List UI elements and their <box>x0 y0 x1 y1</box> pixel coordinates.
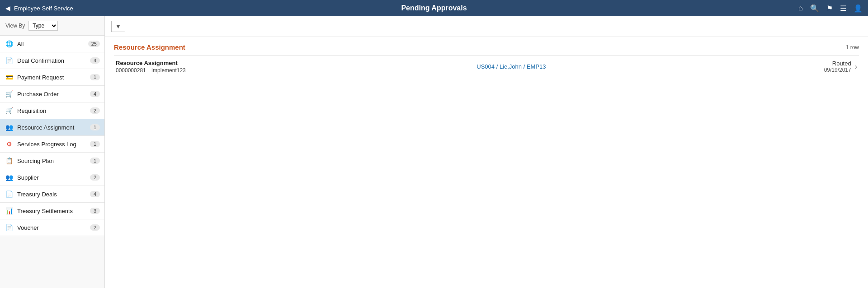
section-header: Resource Assignment 1 row <box>114 43 859 51</box>
record-status-label: Routed <box>832 60 851 67</box>
sidebar-item-all[interactable]: 🌐 All 25 <box>0 36 104 52</box>
sidebar-item-treasury-settlements[interactable]: 📊 Treasury Settlements 3 <box>0 203 104 219</box>
sidebar-label-resource-assignment: Resource Assignment <box>17 124 86 131</box>
sidebar-item-sourcing-plan[interactable]: 📋 Sourcing Plan 1 <box>0 153 104 169</box>
sidebar-icon-resource-assignment: 👥 <box>5 123 14 132</box>
sidebar-item-purchase-order[interactable]: 🛒 Purchase Order 4 <box>0 86 104 102</box>
sidebar-item-requisition[interactable]: 🛒 Requisition 2 <box>0 102 104 119</box>
sidebar-label-requisition: Requisition <box>17 107 86 114</box>
sidebar-icon-deal-confirmation: 📄 <box>5 56 14 65</box>
view-by-select[interactable]: Type Status Date <box>28 21 58 31</box>
user-icon[interactable]: 👤 <box>854 4 863 13</box>
sidebar-badge-voucher: 2 <box>90 224 100 231</box>
table-row[interactable]: Resource Assignment 0000000281 Implement… <box>114 56 859 77</box>
navbar-right: ⌂ 🔍 ⚑ ☰ 👤 <box>798 4 863 13</box>
filter-button[interactable]: ▼ <box>111 21 125 32</box>
sidebar-badge-services-progress-log: 1 <box>90 141 100 147</box>
sidebar-icon-voucher: 📄 <box>5 223 14 232</box>
menu-icon[interactable]: ☰ <box>840 4 846 13</box>
filter-bar: ▼ <box>105 16 868 37</box>
sidebar-icon-purchase-order: 🛒 <box>5 89 14 98</box>
navbar-left: ◀ Employee Self Service <box>5 5 73 12</box>
back-button[interactable]: ◀ <box>5 5 10 12</box>
sidebar-label-sourcing-plan: Sourcing Plan <box>17 158 86 164</box>
record-id: 0000000281 <box>116 67 146 74</box>
section-row-count: 1 row <box>846 44 859 51</box>
sidebar: View By Type Status Date 🌐 All 25 📄 Deal… <box>0 16 105 288</box>
sidebar-badge-treasury-deals: 4 <box>90 191 100 197</box>
sidebar-badge-sourcing-plan: 1 <box>90 158 100 164</box>
sidebar-item-deal-confirmation[interactable]: 📄 Deal Confirmation 4 <box>0 52 104 69</box>
sidebar-item-services-progress-log[interactable]: ⚙ Services Progress Log 1 <box>0 136 104 153</box>
main-container: View By Type Status Date 🌐 All 25 📄 Deal… <box>0 16 868 288</box>
sidebar-item-payment-request[interactable]: 💳 Payment Request 1 <box>0 69 104 86</box>
record-status: Routed 09/19/2017 <box>824 60 851 73</box>
record-chevron-icon[interactable]: › <box>855 63 857 71</box>
content-area: ▼ Resource Assignment 1 row Resource Ass… <box>105 16 868 288</box>
sidebar-badge-supplier: 2 <box>90 174 100 181</box>
record-status-date: 09/19/2017 <box>824 67 851 73</box>
sidebar-badge-purchase-order: 4 <box>90 91 100 97</box>
sidebar-icon-payment-request: 💳 <box>5 73 14 82</box>
sidebar-label-purchase-order: Purchase Order <box>17 91 86 98</box>
sidebar-icon-requisition: 🛒 <box>5 106 14 115</box>
sidebar-icon-supplier: 👥 <box>5 173 14 182</box>
section: Resource Assignment 1 row Resource Assig… <box>105 37 868 84</box>
flag-icon[interactable]: ⚑ <box>826 4 833 13</box>
app-title: Employee Self Service <box>14 5 73 12</box>
section-title: Resource Assignment <box>114 43 185 51</box>
navbar: ◀ Employee Self Service Pending Approval… <box>0 0 868 16</box>
sidebar-badge-payment-request: 1 <box>90 74 100 80</box>
sidebar-label-all: All <box>17 41 85 47</box>
sidebar-badge-deal-confirmation: 4 <box>90 57 100 64</box>
page-title: Pending Approvals <box>401 4 467 12</box>
sidebar-label-deal-confirmation: Deal Confirmation <box>17 57 86 64</box>
sidebar-item-resource-assignment[interactable]: 👥 Resource Assignment 1 <box>0 119 104 136</box>
record-user-path: US004 / Lie,John / EMP13 <box>463 63 824 70</box>
sidebar-icon-services-progress-log: ⚙ <box>5 139 14 149</box>
view-by-label: View By <box>5 23 25 29</box>
record-impl: Implement123 <box>151 67 186 74</box>
sidebar-badge-requisition: 2 <box>90 107 100 114</box>
sidebar-label-supplier: Supplier <box>17 174 86 181</box>
record-sub: 0000000281 Implement123 <box>116 67 463 74</box>
sidebar-badge-all: 25 <box>88 41 100 47</box>
sidebar-label-payment-request: Payment Request <box>17 74 86 81</box>
sidebar-label-services-progress-log: Services Progress Log <box>17 141 86 148</box>
sidebar-label-treasury-deals: Treasury Deals <box>17 191 86 198</box>
sidebar-item-treasury-deals[interactable]: 📄 Treasury Deals 4 <box>0 186 104 203</box>
home-icon[interactable]: ⌂ <box>798 4 803 12</box>
sidebar-items-container: 🌐 All 25 📄 Deal Confirmation 4 💳 Payment… <box>0 36 104 236</box>
sidebar-icon-treasury-settlements: 📊 <box>5 206 14 215</box>
sidebar-icon-all: 🌐 <box>5 39 14 48</box>
sidebar-badge-treasury-settlements: 3 <box>90 208 100 214</box>
record-title: Resource Assignment <box>116 60 463 66</box>
sidebar-icon-treasury-deals: 📄 <box>5 190 14 199</box>
sidebar-badge-resource-assignment: 1 <box>90 124 100 130</box>
record-main: Resource Assignment 0000000281 Implement… <box>116 60 463 74</box>
sidebar-item-supplier[interactable]: 👥 Supplier 2 <box>0 169 104 186</box>
sidebar-item-voucher[interactable]: 📄 Voucher 2 <box>0 219 104 236</box>
sidebar-icon-sourcing-plan: 📋 <box>5 156 14 165</box>
sidebar-label-treasury-settlements: Treasury Settlements <box>17 208 86 214</box>
view-by-row: View By Type Status Date <box>0 16 104 36</box>
search-icon[interactable]: 🔍 <box>810 4 819 13</box>
sidebar-label-voucher: Voucher <box>17 224 86 231</box>
